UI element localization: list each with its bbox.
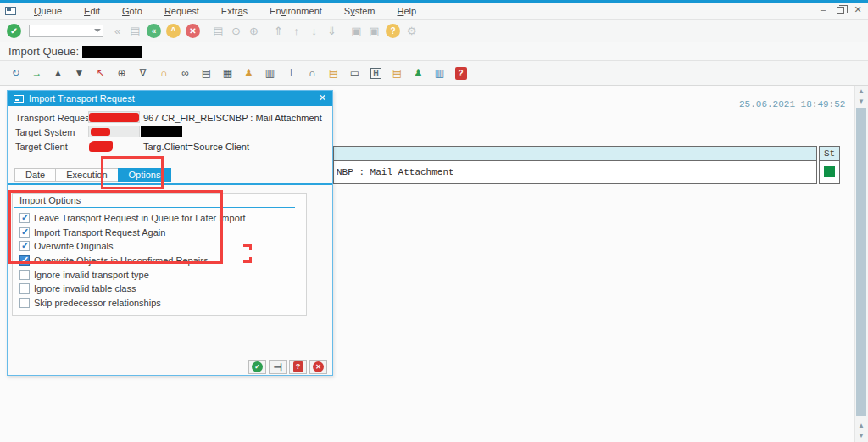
- sap-screen-icon: [5, 7, 16, 15]
- checkbox-label: Skip predecessor relationships: [34, 298, 161, 308]
- redaction-red-target-system: [91, 128, 110, 136]
- checkbox-leave-in-queue[interactable]: [19, 213, 30, 223]
- table-cell-description: NBP : Mail Attachment: [333, 161, 817, 184]
- menu-edit[interactable]: Edit: [73, 4, 111, 18]
- command-field[interactable]: [29, 25, 103, 37]
- checkbox-row-import-again[interactable]: Import Transport Request Again: [19, 227, 165, 238]
- scroll-up-icon[interactable]: ▲: [857, 87, 865, 95]
- continue-button[interactable]: ✓: [248, 360, 266, 374]
- menu-help[interactable]: Help: [387, 4, 428, 18]
- dialog-buttons: ✓ ⊣ ? ✕: [248, 360, 327, 374]
- dialog-close-icon[interactable]: ✕: [319, 92, 326, 104]
- tab-date[interactable]: Date: [14, 168, 56, 182]
- lock-icon[interactable]: ∩: [305, 66, 320, 81]
- scroll-up-icon-bottom[interactable]: ▲: [857, 422, 865, 429]
- truck-icon[interactable]: ▥: [263, 66, 277, 81]
- object-list-icon: ⊣: [273, 361, 281, 373]
- refresh-icon[interactable]: ↻: [8, 66, 23, 81]
- first-page-icon[interactable]: ⇑: [271, 25, 286, 37]
- checklist-icon[interactable]: ▥: [432, 66, 447, 81]
- command-field-wrap: [29, 25, 103, 37]
- transport-request-description: 967 CR_FIR_REISCNBP : Mail Attachment: [143, 113, 322, 123]
- sort-descending-icon[interactable]: ▼: [72, 66, 86, 81]
- menu-queue[interactable]: Queue: [23, 4, 73, 18]
- menu-bar: Queue Edit Goto Request Extras Environme…: [0, 3, 868, 20]
- document-info-icon[interactable]: i: [284, 66, 298, 81]
- help-book-icon-small: ?: [293, 361, 303, 372]
- menu-system[interactable]: System: [333, 4, 387, 18]
- cancel-button-dialog[interactable]: ✕: [309, 360, 327, 374]
- checkbox-label: Overwrite Originals: [34, 241, 114, 251]
- target-system-field[interactable]: [88, 126, 140, 137]
- select-block-icon[interactable]: ↖: [93, 66, 108, 81]
- find-next-icon[interactable]: ⊕: [247, 25, 261, 37]
- minimize-button[interactable]: –: [818, 5, 828, 14]
- new-session-icon[interactable]: ▣: [349, 25, 364, 37]
- continue-check-icon: ✓: [252, 361, 263, 372]
- filter-icon[interactable]: ∇: [136, 66, 150, 81]
- dialog-title-bar[interactable]: Import Transport Request ✕: [8, 91, 332, 106]
- back-button[interactable]: «: [147, 24, 161, 38]
- close-button[interactable]: ✕: [853, 5, 863, 14]
- checkbox-row-skip-predecessor[interactable]: Skip predecessor relationships: [19, 297, 161, 308]
- transport-copies-icon[interactable]: ♟: [242, 66, 256, 81]
- menu-request[interactable]: Request: [153, 4, 210, 18]
- scrollbar-thumb[interactable]: [856, 108, 866, 416]
- find-icon[interactable]: ⊙: [229, 25, 243, 37]
- transport-request-field[interactable]: [88, 111, 140, 123]
- next-page-icon[interactable]: ↓: [307, 25, 321, 37]
- checkbox-overwrite-repairs[interactable]: [19, 255, 30, 266]
- checkbox-ignore-transport-type[interactable]: [19, 270, 30, 280]
- scroll-down-icon[interactable]: ▼: [857, 98, 865, 105]
- import-request-icon[interactable]: →: [30, 66, 44, 81]
- previous-page-icon[interactable]: ↑: [289, 25, 303, 37]
- help-button-dialog[interactable]: ?: [289, 360, 307, 374]
- checkbox-row-overwrite-originals[interactable]: Overwrite Originals: [19, 240, 114, 251]
- checkbox-import-again[interactable]: [19, 227, 30, 238]
- user-list-icon[interactable]: ♟: [411, 66, 426, 81]
- table-header-main: [333, 146, 817, 161]
- restore-button[interactable]: [837, 7, 844, 14]
- exit-button[interactable]: ^: [166, 24, 181, 38]
- enter-button[interactable]: ✔: [7, 24, 21, 38]
- print-list-icon[interactable]: ▤: [326, 66, 341, 81]
- checkbox-row-leave-in-queue[interactable]: Leave Transport Request in Queue for Lat…: [19, 212, 245, 223]
- menu-goto[interactable]: Goto: [111, 4, 153, 18]
- checkbox-row-ignore-transport-type[interactable]: Ignore invalid transport type: [19, 269, 149, 280]
- display-glasses-icon[interactable]: ∞: [178, 66, 192, 81]
- scroll-down-icon-bottom[interactable]: ▼: [857, 432, 865, 439]
- cancel-button[interactable]: ✕: [186, 24, 200, 38]
- unlock-icon[interactable]: ∩: [157, 66, 171, 81]
- customize-layout-icon[interactable]: ⚙: [404, 25, 419, 37]
- table-row[interactable]: NBP : Mail Attachment: [333, 161, 840, 184]
- import-options-group: Import Options Leave Transport Request i…: [12, 193, 307, 316]
- monitor-icon[interactable]: ▭: [348, 66, 362, 81]
- last-page-icon[interactable]: ⇓: [325, 25, 339, 37]
- overview-icon[interactable]: ▦: [220, 66, 235, 81]
- checkbox-ignore-table-class[interactable]: [19, 283, 30, 294]
- checkbox-row-overwrite-repairs[interactable]: Overwrite Objects in Unconfirmed Repairs: [19, 255, 208, 266]
- zoom-icon[interactable]: ⊕: [114, 66, 129, 81]
- menu-environment[interactable]: Environment: [259, 4, 333, 18]
- create-shortcut-icon[interactable]: ▣: [367, 25, 381, 37]
- application-toolbar: ↻ → ▲ ▼ ↖ ⊕ ∇ ∩ ∞ ▤ ▦ ♟ ▥ i ∩ ▤ ▭ H ▤ ♟ …: [0, 61, 868, 86]
- document-note-icon[interactable]: ▤: [390, 66, 404, 81]
- help-button[interactable]: ?: [386, 24, 400, 38]
- import-queue-table: St NBP : Mail Attachment: [333, 146, 840, 184]
- command-dropdown-icon[interactable]: [94, 29, 101, 32]
- log-icon[interactable]: ▤: [199, 66, 214, 81]
- target-client-note: Targ.Client=Source Client: [143, 142, 249, 152]
- collapse-icon[interactable]: «: [110, 25, 125, 37]
- help-book-icon[interactable]: ?: [453, 66, 468, 81]
- sort-ascending-icon[interactable]: ▲: [51, 66, 65, 81]
- h-help-icon[interactable]: H: [369, 66, 383, 81]
- print-icon[interactable]: ▤: [211, 25, 225, 37]
- menu-extras[interactable]: Extras: [210, 4, 259, 18]
- checkbox-row-ignore-table-class[interactable]: Ignore invalid table class: [19, 283, 136, 294]
- save-icon[interactable]: ▤: [128, 25, 142, 37]
- checkbox-overwrite-originals[interactable]: [19, 241, 30, 251]
- object-list-button[interactable]: ⊣: [269, 360, 287, 374]
- checkbox-skip-predecessor[interactable]: [19, 298, 30, 308]
- tab-options[interactable]: Options: [118, 168, 172, 182]
- tab-execution[interactable]: Execution: [55, 168, 118, 182]
